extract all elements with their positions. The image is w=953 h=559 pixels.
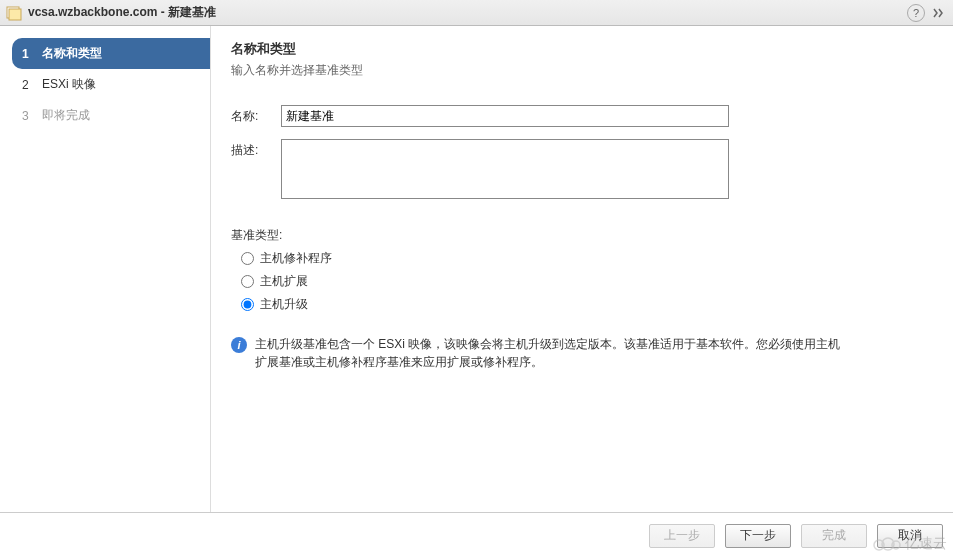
radio-label: 主机修补程序 <box>260 250 332 267</box>
description-label: 描述: <box>231 139 281 199</box>
wizard-sidebar: 1 名称和类型 2 ESXi 映像 3 即将完成 <box>0 26 210 512</box>
name-input[interactable] <box>281 105 729 127</box>
window-icon <box>6 5 22 21</box>
baseline-type-radio-group: 主机修补程序 主机扩展 主机升级 <box>231 250 933 313</box>
radio-host-extension-input[interactable] <box>241 275 254 288</box>
description-row: 描述: <box>231 139 933 199</box>
radio-host-patch-input[interactable] <box>241 252 254 265</box>
step-number: 3 <box>22 109 36 123</box>
page-subtitle: 输入名称并选择基准类型 <box>231 62 933 79</box>
step-number: 1 <box>22 47 36 61</box>
description-textarea[interactable] <box>281 139 729 199</box>
step-esxi-image[interactable]: 2 ESXi 映像 <box>12 69 210 100</box>
radio-label: 主机升级 <box>260 296 308 313</box>
expand-icon[interactable] <box>929 4 947 22</box>
content-panel: 名称和类型 输入名称并选择基准类型 名称: 描述: 基准类型: 主机修补程序 主… <box>210 26 953 512</box>
footer: 上一步 下一步 完成 取消 <box>0 512 953 558</box>
name-label: 名称: <box>231 105 281 127</box>
cancel-button[interactable]: 取消 <box>877 524 943 548</box>
step-label: 即将完成 <box>42 107 90 124</box>
info-icon: i <box>231 337 247 353</box>
radio-label: 主机扩展 <box>260 273 308 290</box>
radio-host-extension[interactable]: 主机扩展 <box>241 273 933 290</box>
next-button[interactable]: 下一步 <box>725 524 791 548</box>
main-area: 1 名称和类型 2 ESXi 映像 3 即将完成 名称和类型 输入名称并选择基准… <box>0 26 953 512</box>
name-row: 名称: <box>231 105 933 127</box>
back-button: 上一步 <box>649 524 715 548</box>
info-box: i 主机升级基准包含一个 ESXi 映像，该映像会将主机升级到选定版本。该基准适… <box>231 335 933 371</box>
radio-host-upgrade-input[interactable] <box>241 298 254 311</box>
step-label: 名称和类型 <box>42 45 102 62</box>
help-icon[interactable]: ? <box>907 4 925 22</box>
finish-button: 完成 <box>801 524 867 548</box>
info-text: 主机升级基准包含一个 ESXi 映像，该映像会将主机升级到选定版本。该基准适用于… <box>255 335 843 371</box>
page-heading: 名称和类型 <box>231 40 933 58</box>
window-title: vcsa.wzbackbone.com - 新建基准 <box>28 4 903 21</box>
step-label: ESXi 映像 <box>42 76 96 93</box>
radio-host-patch[interactable]: 主机修补程序 <box>241 250 933 267</box>
step-name-and-type[interactable]: 1 名称和类型 <box>12 38 210 69</box>
svg-rect-1 <box>9 9 21 20</box>
baseline-type-label: 基准类型: <box>231 227 933 244</box>
radio-host-upgrade[interactable]: 主机升级 <box>241 296 933 313</box>
step-ready-to-complete: 3 即将完成 <box>12 100 210 131</box>
step-number: 2 <box>22 78 36 92</box>
titlebar: vcsa.wzbackbone.com - 新建基准 ? <box>0 0 953 26</box>
